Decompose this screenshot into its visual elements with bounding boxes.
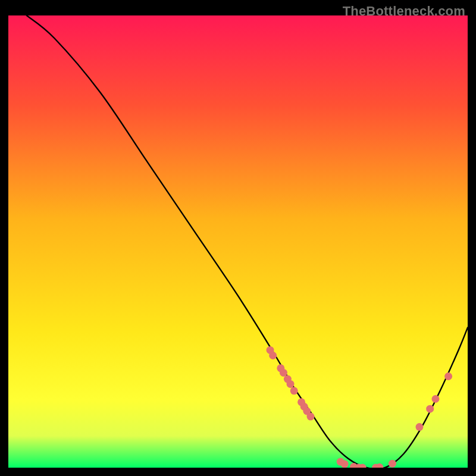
marker-dot [290,387,298,394]
chart-frame [8,15,468,468]
marker-dot [269,352,277,359]
marker-dot [306,413,314,421]
marker-dot [389,460,396,468]
marker-dot [341,460,349,468]
marker-dot [280,369,287,377]
marker-dot [426,405,434,413]
marker-dot [287,380,295,388]
watermark-text: TheBottleneck.com [343,4,465,19]
gradient-background [8,15,468,468]
marker-dot [431,395,439,403]
bottleneck-chart [8,15,468,468]
marker-dot [415,423,423,431]
marker-dot [444,372,452,380]
